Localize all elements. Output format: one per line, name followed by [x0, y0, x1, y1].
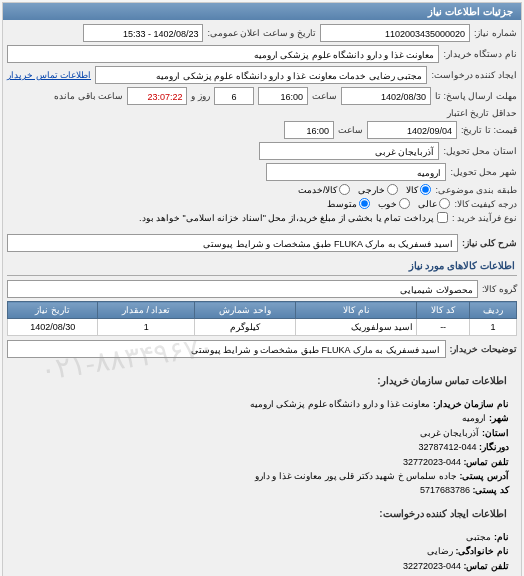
radio-excellent[interactable]: عالی	[418, 198, 450, 209]
days-field: 6	[214, 87, 254, 105]
request-no-field: 1102003435000020	[320, 24, 470, 42]
table-row[interactable]: 1 -- اسید سولفوریک کیلوگرم 1 1402/08/30	[8, 319, 517, 336]
goods-group-label: گروه کالا:	[482, 284, 517, 294]
request-no-label: شماره نیاز:	[474, 28, 517, 38]
td-date: 1402/08/30	[8, 319, 98, 336]
td-code: --	[417, 319, 470, 336]
radio-foreign[interactable]: خارجی	[358, 184, 398, 195]
radio-excellent-input[interactable]	[439, 198, 450, 209]
group-type-label: طبقه بندی موضوعی:	[435, 185, 517, 195]
radio-medium[interactable]: متوسط	[327, 198, 370, 209]
fname-label: نام:	[494, 532, 509, 542]
validity-date-field: 1402/09/04	[367, 121, 457, 139]
th-date: تاریخ نیاز	[8, 302, 98, 319]
province-label: استان:	[482, 428, 509, 438]
panel-title: جزئیات اطلاعات نیاز	[3, 3, 521, 20]
goods-table: ردیف کد کالا نام کالا واحد شمارش تعداد /…	[7, 301, 517, 336]
buy-process-label: نوع فرآیند خرید :	[452, 213, 517, 223]
postal-label: کد پستی:	[473, 485, 510, 495]
days-label: روز و	[191, 91, 210, 101]
buyer-field: معاونت غذا و دارو دانشگاه علوم پزشکی ارو…	[7, 45, 439, 63]
buy-process-checkbox[interactable]: پرداخت تمام یا بخشی از مبلغ خرید،از محل …	[139, 212, 448, 223]
time-label-2: ساعت	[338, 125, 363, 135]
radio-service-input[interactable]	[339, 184, 350, 195]
th-unit: واحد شمارش	[194, 302, 296, 319]
deadline-time-field: 16:00	[258, 87, 308, 105]
buy-process-note: پرداخت تمام یا بخشی از مبلغ خرید،از محل …	[139, 213, 434, 223]
validity-time-field: 16:00	[284, 121, 334, 139]
city-value: ارومیه	[462, 413, 486, 423]
radio-medium-input[interactable]	[359, 198, 370, 209]
delivery-province-field: آذربایجان غربی	[259, 142, 439, 160]
th-row: ردیف	[470, 302, 517, 319]
announce-field: 1402/08/23 - 15:33	[83, 24, 203, 42]
creator-field: مجتبی رضایی خدمات معاونت غذا و دارو دانش…	[95, 66, 427, 84]
contact-section2-title: اطلاعات ایجاد کننده درخواست:	[15, 502, 509, 526]
goods-group-field: محصولات شیمیایی	[7, 280, 478, 298]
quality-radios: عالی خوب متوسط	[327, 198, 450, 209]
contact-section1-title: اطلاعات تماس سازمان خریدار:	[15, 369, 509, 393]
delivery-province-label: استان محل تحویل:	[443, 146, 517, 156]
province-value: آذربایجان غربی	[420, 428, 480, 438]
radio-goods[interactable]: کالا	[406, 184, 431, 195]
buy-process-checkbox-input[interactable]	[437, 212, 448, 223]
remain-label: ساعت باقی مانده	[54, 91, 123, 101]
city-label: شهر:	[489, 413, 509, 423]
radio-foreign-input[interactable]	[387, 184, 398, 195]
creator-label: ایجاد کننده درخواست:	[431, 70, 517, 80]
dvr-label: دورنگار:	[479, 442, 509, 452]
deadline-date-field: 1402/08/30	[341, 87, 431, 105]
td-idx: 1	[470, 319, 517, 336]
tel2-value: 044-32272023	[403, 561, 461, 571]
delivery-city-label: شهر محل تحویل:	[450, 167, 517, 177]
lname-value: رضایی	[427, 546, 453, 556]
need-title-field: اسید فسفریک به مارک FLUKA طبق مشخصات و ش…	[7, 234, 458, 252]
org-value: معاونت غذا و دارو دانشگاه علوم پزشکی ارو…	[250, 399, 431, 409]
buyer-label: نام دستگاه خریدار:	[443, 49, 517, 59]
goods-section-title: اطلاعات کالاهای مورد نیاز	[7, 256, 517, 276]
priority-label: درجه کیفیت کالا:	[454, 199, 517, 209]
tel-value: 044-32772023	[403, 457, 461, 467]
remain-time-field: 23:07:22	[127, 87, 187, 105]
org-label: نام سازمان خریدار:	[433, 399, 509, 409]
table-header-row: ردیف کد کالا نام کالا واحد شمارش تعداد /…	[8, 302, 517, 319]
validity-label: حداقل تاریخ اعتبار	[437, 108, 517, 118]
tel2-label: تلفن تماس:	[464, 561, 510, 571]
buyer-desc-field: اسید فسفریک به مارک FLUKA طبق مشخصات و ش…	[7, 340, 446, 358]
fname-value: مجتبی	[466, 532, 491, 542]
deadline-label: مهلت ارسال پاسخ: تا	[435, 91, 517, 101]
validity-from-label: قیمت: تا تاریخ:	[461, 125, 517, 135]
buyer-contact-link[interactable]: اطلاعات تماس خریدار	[7, 70, 91, 80]
td-name: اسید سولفوریک	[296, 319, 417, 336]
addr-label: آدرس پستی:	[460, 471, 510, 481]
td-qty: 1	[98, 319, 194, 336]
dvr-value: 044-32787412	[418, 442, 476, 452]
radio-service[interactable]: کالا/خدمت	[298, 184, 351, 195]
th-code: کد کالا	[417, 302, 470, 319]
delivery-city-field: ارومیه	[266, 163, 446, 181]
need-title-label: شرح کلی نیاز:	[462, 238, 517, 248]
addr-value: جاده سلماس خ شهید دکتر قلی پور معاونت غذ…	[255, 471, 457, 481]
lname-label: نام خانوادگی:	[456, 546, 510, 556]
th-name: نام کالا	[296, 302, 417, 319]
postal-value: 5717683786	[420, 485, 470, 495]
buyer-desc-label: توضیحات خریدار:	[450, 344, 518, 354]
announce-label: تاریخ و ساعت اعلان عمومی:	[207, 28, 316, 38]
group-type-radios: کالا خارجی کالا/خدمت	[298, 184, 432, 195]
time-label-1: ساعت	[312, 91, 337, 101]
radio-goods-input[interactable]	[420, 184, 431, 195]
td-unit: کیلوگرم	[194, 319, 296, 336]
tel-label: تلفن تماس:	[464, 457, 510, 467]
th-qty: تعداد / مقدار	[98, 302, 194, 319]
radio-good[interactable]: خوب	[378, 198, 410, 209]
radio-good-input[interactable]	[399, 198, 410, 209]
